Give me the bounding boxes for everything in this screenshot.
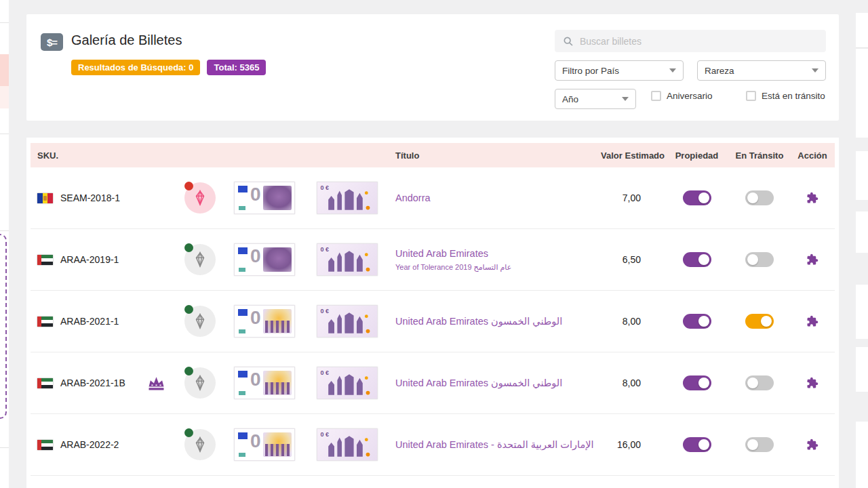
rarity-gem-badge [184,182,216,214]
banknote-title-link[interactable]: United Arab Emirates الوطني الخمسون [389,377,597,389]
banknote-front-thumbnail[interactable]: 0 [234,243,295,276]
banknote-title-link[interactable]: United Arab Emirates Year of Tolerance 2… [389,247,597,272]
ownership-toggle[interactable] [683,437,711,452]
column-header-title: Título [389,150,597,161]
ownership-toggle[interactable] [683,375,711,390]
transit-toggle[interactable] [745,190,774,205]
banknote-front-thumbnail[interactable]: 0 [234,182,295,214]
rarity-gem-badge [184,429,216,460]
estimated-value: 8,00 [597,316,665,327]
column-header-sku: SKU. [31,150,136,161]
anniversary-checkbox-group[interactable]: Aniversario [651,91,713,101]
gem-icon [193,436,208,453]
banknote-title[interactable]: United Arab Emirates - الإمارات العربية … [395,439,597,451]
table-row: SEAM-2018-1 [31,167,835,229]
status-dot [184,182,193,190]
banknote-title[interactable]: United Arab Emirates [395,247,597,260]
eu-flag-corner [238,247,248,254]
country-flag [37,255,53,265]
monuments-art [327,434,372,458]
search-input[interactable] [580,36,818,47]
monuments-art [327,188,372,211]
transit-toggle[interactable] [745,375,774,390]
monuments-art [327,311,372,335]
left-page-fragment [0,0,9,488]
total-count-badge: Total: 5365 [207,60,266,75]
banknote-title-link[interactable]: Andorra [389,192,597,204]
front-art [263,186,292,210]
year-filter-select[interactable]: Año [555,89,636,109]
front-art [263,371,292,395]
rarity-gem-badge [184,306,216,337]
gem-icon [193,251,208,268]
status-dot [184,428,193,437]
country-filter-select[interactable]: Filtro por País [555,60,684,81]
ownership-toggle[interactable] [683,252,711,267]
banknote-back-thumbnail[interactable]: 0 € [317,243,378,276]
monuments-icon [327,373,372,396]
status-dot [184,305,193,314]
table-body: SEAM-2018-1 [31,167,835,476]
country-flag [37,317,53,327]
sku-code: SEAM-2018-1 [60,192,120,203]
transit-toggle[interactable] [745,252,774,267]
status-dot [184,243,193,252]
banknote-title[interactable]: United Arab Emirates الوطني الخمسون [395,377,597,389]
puzzle-icon [806,315,818,327]
chevron-down-icon [622,97,629,101]
action-puzzle-button[interactable] [805,437,820,452]
banknote-front-thumbnail[interactable]: 0 [234,305,295,338]
banknote-zero: 0 [250,369,261,390]
banknote-title-link[interactable]: United Arab Emirates - الإمارات العربية … [389,439,597,451]
in-transit-label: Está en tránsito [762,91,825,101]
banknote-title-link[interactable]: United Arab Emirates الوطني الخمسون [389,315,597,327]
chevron-down-icon [669,68,676,73]
banknote-front-thumbnail[interactable]: 0 [234,428,295,461]
monuments-icon [327,249,372,273]
banknote-back-thumbnail[interactable]: 0 € [317,428,378,461]
rarity-gem-badge [184,244,216,275]
transit-toggle[interactable] [745,314,774,329]
banknote-title[interactable]: United Arab Emirates الوطني الخمسون [395,315,597,327]
estimated-value: 16,00 [597,439,665,450]
status-dot [184,367,193,375]
rarity-gem-badge [184,367,216,399]
gallery-header-card: $= Galería de Billetes Resultados de Bús… [26,14,839,121]
eu-flag-corner [238,432,248,439]
banknote-back-thumbnail[interactable]: 0 € [317,305,378,338]
banknote-subtitle: Year of Tolerance 2019 عام التسامح [395,263,597,272]
search-icon [563,36,574,47]
banknote-title[interactable]: Andorra [395,192,597,204]
right-page-fragment [856,0,868,488]
estimated-value: 6,50 [597,254,665,265]
banknote-back-thumbnail[interactable]: 0 € [317,182,378,214]
year-filter-label: Año [562,94,578,104]
ownership-toggle[interactable] [683,190,711,205]
action-puzzle-button[interactable] [805,375,820,390]
puzzle-icon [806,439,818,451]
sku-code: ARAA-2019-1 [60,254,119,265]
gem-icon [193,190,208,206]
monuments-icon [327,311,372,335]
in-transit-checkbox[interactable] [746,91,756,101]
crown-icon [147,375,165,390]
ownership-toggle[interactable] [683,314,711,329]
monuments-art [327,373,372,396]
banknote-back-thumbnail[interactable]: 0 € [317,367,378,399]
front-art [263,432,292,457]
table-row: ARAB-2021-1 [31,291,835,352]
front-art [263,309,292,333]
monuments-art [327,249,372,273]
action-puzzle-button[interactable] [805,190,820,205]
action-puzzle-button[interactable] [805,252,820,267]
gem-icon [193,313,208,329]
anniversary-checkbox[interactable] [651,91,661,101]
search-box[interactable] [555,30,826,52]
rarity-filter-select[interactable]: Rareza [697,60,826,81]
banknote-front-thumbnail[interactable]: 0 [234,367,295,399]
eu-flag-corner [238,186,248,192]
in-transit-checkbox-group[interactable]: Está en tránsito [746,91,825,101]
transit-toggle[interactable] [745,437,774,452]
action-puzzle-button[interactable] [805,314,820,329]
estimated-value: 7,00 [597,192,665,203]
